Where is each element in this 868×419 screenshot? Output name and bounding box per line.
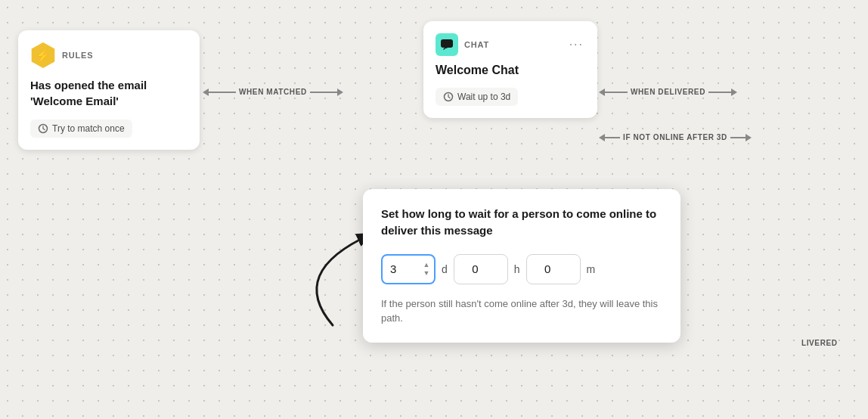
chat-header: CHAT ··· [436,33,585,56]
rules-card: ⚡ RULES Has opened the email 'Welcome Em… [18,30,200,150]
if-not-online-connector: IF NOT ONLINE AFTER 3D [599,133,752,141]
minutes-input[interactable] [526,254,581,284]
partial-livered-label: LIVERED [801,339,838,347]
days-increment-button[interactable]: ▲ [422,261,431,268]
workflow-canvas: ⚡ RULES Has opened the email 'Welcome Em… [0,0,868,419]
days-decrement-button[interactable]: ▼ [422,269,431,277]
arrow-right-online-icon [746,134,752,141]
arrow-right-icon [337,88,343,96]
arrow-left-icon [203,88,209,96]
days-input-wrapper: ▲ ▼ [381,254,436,284]
when-delivered-connector: WHEN DELIVERED [599,88,737,96]
hours-input[interactable] [454,254,508,284]
chat-card: CHAT ··· Welcome Chat Wait up to 3d [423,21,597,118]
minutes-unit: m [587,263,596,275]
arrow-left-delivered-icon [599,88,605,96]
chat-tag: Wait up to 3d [436,88,518,106]
hours-unit: h [514,263,520,275]
days-unit: d [442,263,448,275]
arrow-left-online-icon [599,134,605,141]
more-options-button[interactable]: ··· [568,38,585,51]
rules-tag: Try to match once [30,119,132,138]
line-segment [605,92,628,93]
if-not-online-label: IF NOT ONLINE AFTER 3D [620,133,730,141]
line-segment [605,137,620,138]
chat-bubble-icon [440,38,454,51]
rules-title: Has opened the email 'Welcome Email' [30,77,188,109]
rules-tag-label: Try to match once [52,123,125,134]
chat-title: Welcome Chat [436,64,585,77]
rules-header: ⚡ RULES [30,42,188,68]
line-segment [708,92,731,93]
popup-description: If the person still hasn't come online a… [381,296,662,326]
popup-title: Set how long to wait for a person to com… [381,206,662,239]
line-segment [310,92,337,93]
rules-label: RULES [62,51,93,60]
chat-label: CHAT [464,40,489,49]
when-matched-label: WHEN MATCHED [236,88,310,96]
chat-header-left: CHAT [436,33,489,56]
chat-tag-label: Wait up to 3d [457,92,510,102]
popup-card: Set how long to wait for a person to com… [363,189,680,343]
line-segment [209,92,236,93]
when-matched-connector: WHEN MATCHED [203,88,343,96]
line-segment [730,137,746,138]
popup-inputs: ▲ ▼ d h m [381,254,662,284]
chat-icon [436,33,458,56]
rules-icon: ⚡ [30,42,56,68]
days-spinner: ▲ ▼ [422,261,431,277]
arrow-right-delivered-icon [731,88,737,96]
when-delivered-label: WHEN DELIVERED [628,88,708,96]
svg-rect-1 [441,39,453,48]
clock-icon [38,123,48,134]
clock-icon-chat [443,92,454,102]
